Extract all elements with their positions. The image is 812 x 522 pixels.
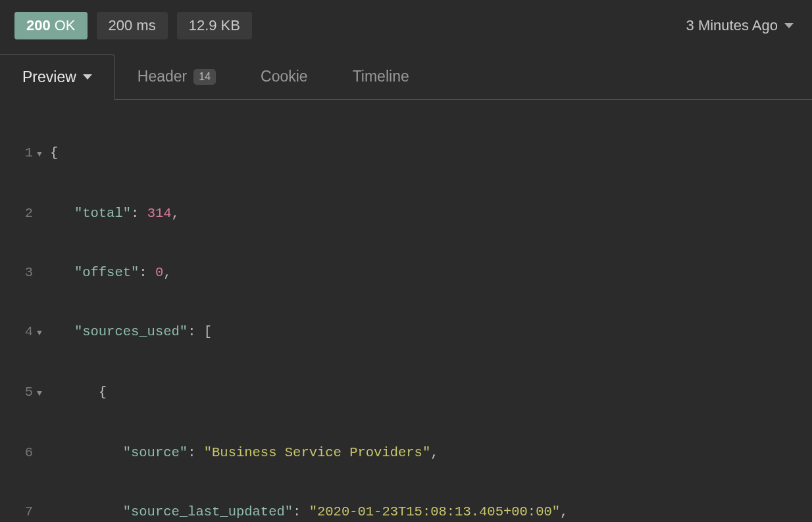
line-number: 3: [0, 263, 37, 283]
json-preview[interactable]: 1▼{ 2 "total": 314, 3 "offset": 0, 4▼ "s…: [0, 100, 812, 522]
tab-header-label: Header: [138, 68, 187, 85]
line-number: 5: [0, 383, 37, 404]
response-topbar: 200 OK 200 ms 12.9 KB 3 Minutes Ago: [0, 0, 812, 54]
response-tabbar: Preview Header 14 Cookie Timeline: [0, 54, 812, 100]
status-text: OK: [55, 18, 76, 33]
json-source-last-updated: 2020-01-23T15:08:13.405+00:00: [317, 504, 552, 519]
tab-preview-label: Preview: [22, 68, 76, 86]
status-chip: 200 OK: [14, 12, 88, 39]
tab-cookie-label: Cookie: [261, 68, 308, 85]
line-number: 6: [0, 443, 37, 463]
tab-timeline[interactable]: Timeline: [330, 54, 432, 99]
status-code: 200: [26, 18, 51, 33]
timestamp-dropdown[interactable]: 3 Minutes Ago: [686, 17, 798, 34]
line-number: 2: [0, 204, 37, 224]
tab-cookie[interactable]: Cookie: [238, 54, 330, 99]
tab-header[interactable]: Header 14: [115, 54, 238, 99]
tab-timeline-label: Timeline: [353, 68, 409, 85]
fold-toggle[interactable]: ▼: [37, 322, 49, 343]
timestamp-text: 3 Minutes Ago: [686, 17, 778, 34]
tab-preview[interactable]: Preview: [0, 54, 115, 100]
fold-toggle[interactable]: ▼: [37, 383, 49, 404]
line-number: 4: [0, 322, 37, 343]
json-source: Business Service Providers: [212, 445, 422, 460]
fold-toggle[interactable]: ▼: [37, 143, 49, 164]
size-value: 12.9 KB: [189, 18, 240, 33]
size-chip: 12.9 KB: [177, 12, 252, 39]
line-number: 7: [0, 502, 37, 522]
duration-chip: 200 ms: [97, 12, 168, 39]
json-offset: 0: [155, 265, 163, 280]
json-total: 314: [147, 206, 172, 221]
duration-value: 200 ms: [109, 18, 156, 33]
header-count-badge: 14: [193, 69, 216, 85]
chevron-down-icon: [784, 23, 794, 28]
line-number: 1: [0, 143, 37, 164]
chevron-down-icon: [83, 74, 92, 80]
